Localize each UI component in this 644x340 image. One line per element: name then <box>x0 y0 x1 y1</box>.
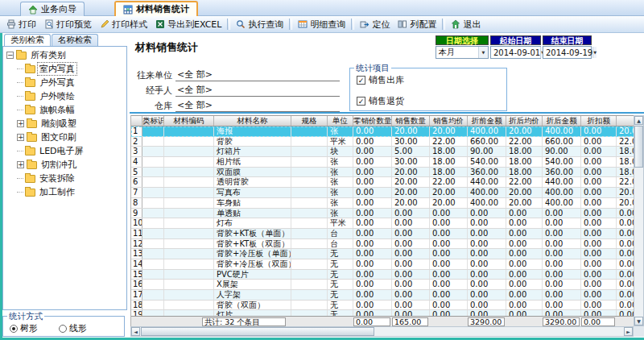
tree-item-7[interactable]: LED电子屏 <box>3 144 126 158</box>
expand-icon[interactable]: + <box>17 120 24 127</box>
filter-value-field[interactable]: <全 部> <box>175 84 340 97</box>
tree-item-label: 旗帜条幅 <box>38 104 76 116</box>
tree-item-1[interactable]: 室内写真 <box>3 62 126 76</box>
table-row[interactable]: 18背胶（双面）无0.000.000.000.000.000.000.000.0… <box>131 301 634 311</box>
scroll-left-icon[interactable] <box>131 327 140 336</box>
table-row[interactable]: 5双面膜张0.0020.0018.00360.0018.00360.000.00… <box>131 168 634 178</box>
scroll-up-icon[interactable] <box>634 116 643 125</box>
category-id-cell <box>142 239 164 249</box>
toolbar-column-config-button[interactable]: 列配置 <box>394 17 440 31</box>
stat-item-1[interactable]: ✓销售退货 <box>357 95 506 107</box>
table-row[interactable]: 1海报张0.0020.0020.00400.0020.00400.000.002… <box>131 126 634 137</box>
toolbar-export-excel-button[interactable]: 导出到EXCEL <box>151 17 225 31</box>
toolbar-print-style-button[interactable]: 打印样式 <box>96 17 151 31</box>
date-filter-dropdown[interactable]: 本月 <box>436 46 489 59</box>
tree-item-label: 户外写真 <box>38 77 76 89</box>
stat-item-0[interactable]: ✓销售出库 <box>357 74 506 86</box>
tree-item-4[interactable]: 旗帜条幅 <box>3 103 126 117</box>
table-row[interactable]: 3灯箱片块0.005.0018.0090.0018.0090.000.0018.… <box>131 147 634 157</box>
date-filter-header: 结束日期 <box>543 35 592 45</box>
category-id-cell <box>142 301 164 310</box>
table-row[interactable]: 8车身贴张0.0020.0020.00400.0020.00400.000.00… <box>131 198 634 209</box>
radio-icon[interactable] <box>10 325 18 333</box>
window-tab-material-sales-stats[interactable]: 材料销售统计 <box>114 1 198 16</box>
column-header[interactable]: 零销价数量 <box>353 116 392 126</box>
checkbox-icon[interactable]: ✓ <box>357 97 365 106</box>
material-name-cell: 双面膜 <box>214 168 291 177</box>
table-row[interactable]: 10灯布平米0.000.000.000.000.000.000.000.00 <box>131 218 634 229</box>
column-header[interactable]: 折后均价 <box>506 116 543 126</box>
tree-item-8[interactable]: +切割冲孔 <box>3 158 126 172</box>
column-header[interactable]: 类标识 <box>142 116 164 126</box>
value-cell: 660.00 <box>543 137 581 147</box>
toolbar-detail-query-button[interactable]: 明细查询 <box>294 17 349 31</box>
table-row[interactable]: 17人字架无0.000.000.000.000.000.000.000.00 <box>131 290 634 301</box>
tree-item-3[interactable]: 户外喷绘 <box>3 89 126 103</box>
column-header[interactable]: 折扣额 <box>581 116 617 126</box>
table-row[interactable]: 13背胶+冷压板（单面）无0.000.000.000.000.000.000.0… <box>131 249 634 259</box>
tree-item-10[interactable]: 加工制作 <box>3 185 126 199</box>
tree-connector <box>17 178 23 180</box>
expand-icon[interactable]: + <box>17 161 24 168</box>
tree-item-5[interactable]: +雕刻吸塑 <box>3 117 126 131</box>
table-row[interactable]: 16X展架无0.000.000.000.000.000.000.000.00 <box>131 280 634 290</box>
tree-item-0[interactable]: −所有类别 <box>3 48 126 62</box>
value-cell: 0.00 <box>581 198 617 208</box>
column-header[interactable]: 单位 <box>328 116 353 126</box>
footer-cell: 165.00 <box>392 317 430 327</box>
toolbar-exit-button[interactable]: 退出 <box>447 17 485 31</box>
scroll-down-icon[interactable] <box>634 317 643 325</box>
spec-cell <box>291 239 328 249</box>
table-row[interactable]: 4相片纸张0.0030.0018.00540.0018.00540.000.00… <box>131 157 634 168</box>
column-header[interactable]: 折前金额 <box>468 116 506 126</box>
filter-value-field[interactable]: <全 部> <box>175 68 340 81</box>
table-row[interactable]: 19灯片无0.000.000.000.000.000.000.000.00 <box>131 310 634 316</box>
toolbar-print-preview-button[interactable]: 打印预览 <box>40 17 96 31</box>
column-header[interactable] <box>131 116 142 126</box>
tree-item-6[interactable]: +图文印刷 <box>3 131 126 144</box>
vertical-scroll-thumb[interactable] <box>634 126 643 168</box>
row-number: 12 <box>131 239 142 249</box>
tree-item-2[interactable]: 户外写真 <box>3 76 126 89</box>
table-row[interactable]: 15PVC硬片无0.000.000.000.000.000.000.000.00 <box>131 270 634 280</box>
table-row[interactable]: 6透明背胶张0.0020.0022.00440.0022.00440.000.0… <box>131 177 634 188</box>
table-row[interactable]: 9单透贴张0.000.000.000.000.000.000.000.00 <box>131 209 634 219</box>
column-header[interactable]: 材料名称 <box>214 116 291 126</box>
checkbox-icon[interactable]: ✓ <box>357 76 365 85</box>
expand-icon[interactable]: + <box>17 134 24 141</box>
radio-icon[interactable] <box>59 325 67 333</box>
column-header[interactable]: 规格 <box>291 116 328 126</box>
table-row[interactable]: 2背胶平米0.0030.0022.00660.0022.00660.000.00… <box>131 137 634 147</box>
grid-vertical-scrollbar[interactable] <box>634 115 644 326</box>
filter-value-field[interactable]: <全 部> <box>175 99 340 112</box>
column-header[interactable]: 销售数量 <box>392 116 430 126</box>
sidebar-tab-name-search[interactable]: 名称检索 <box>52 34 98 46</box>
column-header[interactable] <box>617 116 634 126</box>
grid-horizontal-scrollbar[interactable] <box>130 326 634 337</box>
toolbar-run-query-button[interactable]: 执行查询 <box>232 17 287 31</box>
column-header[interactable]: 材料编码 <box>164 116 214 126</box>
table-row[interactable]: 11背胶+KT板（单面）台0.000.000.000.000.000.000.0… <box>131 229 634 239</box>
table-row[interactable]: 7写真布张0.0020.0020.00400.0020.00400.000.00… <box>131 188 634 198</box>
table-row[interactable]: 12背胶+KT板（双面）台0.000.000.000.000.000.000.0… <box>131 239 634 250</box>
stat-mode-option-0[interactable]: 树形 <box>10 322 38 334</box>
collapse-icon[interactable]: − <box>6 52 14 59</box>
column-header[interactable]: 折后金额 <box>543 116 581 126</box>
column-header[interactable]: 销售均价 <box>430 116 468 126</box>
value-cell: 0.00 <box>430 310 468 316</box>
value-cell: 0.00 <box>543 270 581 280</box>
horizontal-scroll-thumb[interactable] <box>141 327 374 336</box>
tree-item-9[interactable]: 安装拆除 <box>3 172 126 185</box>
scroll-right-icon[interactable] <box>624 327 633 336</box>
date-filter-dropdown[interactable]: 2014-09-01 <box>490 46 541 59</box>
sidebar-tab-category-search[interactable]: 类别检索 <box>4 34 51 46</box>
chevron-down-icon[interactable] <box>592 47 597 58</box>
stat-mode-option-1[interactable]: 线形 <box>59 322 87 334</box>
toolbar-print-button[interactable]: 打印 <box>2 17 40 31</box>
window-tab-business-wizard[interactable]: 业务向导 <box>20 2 85 16</box>
toolbar-locate-button[interactable]: 定位 <box>356 17 394 31</box>
date-filter-dropdown[interactable]: 2014-09-19 <box>543 46 592 59</box>
table-row[interactable]: 14背胶+冷压板（双面）无0.000.000.000.000.000.000.0… <box>131 259 634 270</box>
chevron-down-icon[interactable] <box>478 47 488 58</box>
material-name-cell: 灯片 <box>214 310 291 316</box>
